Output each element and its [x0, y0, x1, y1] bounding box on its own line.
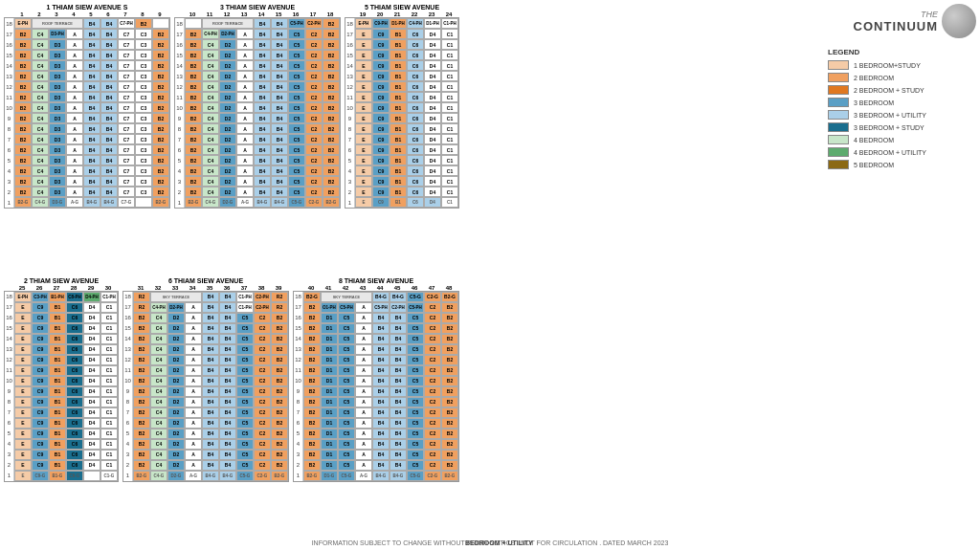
legend-logo-area: THE CONTINUUM LEGEND 1 BEDROOM+STUDY 2 B… [828, 4, 976, 274]
legend-item-2br: 2 BEDROOM [828, 73, 976, 82]
logo-area: THE CONTINUUM [854, 4, 976, 38]
block-6-row-nums: 123456789101112131415161718 [123, 292, 133, 481]
block-8-grid-inner: B2-GD1-GC5-GA-GB4-GB4-GC5-GC2-GB2-G B2D1… [303, 292, 458, 481]
legend-item-3br-utility: 3 BEDROOM + UTILITY [828, 110, 976, 120]
block-2-grid-inner: EC9-GB1-GC6-GC1-G EC9B1C6D4C1 EC9B1C6D4C… [14, 292, 118, 481]
block-8-grid: 123456789101112131415161718 B2-GD1-GC5-G… [293, 291, 459, 482]
footer-text: INFORMATION SUBJECT TO CHANGE WITHOUT PR… [312, 539, 669, 546]
top-section: 1 THIAM SIEW AVENUE S 1 2 3 4 5 6 7 8 9 … [4, 4, 976, 274]
block-6-title: 6 THIAM SIEW AVENUE [122, 277, 289, 284]
logo-the-text: THE [921, 10, 938, 19]
block-3-grid-inner: B2-GC4-GD2-GA-GB4-GB4-GC5-GC2-GB2-G B2C4… [185, 18, 340, 208]
block-2-grid: 123456789101112131415161718 EC9-GB1-GC6-… [4, 291, 119, 482]
block-3-row-nums: 123456789101112131415161718 [175, 18, 185, 208]
block-1-grid-inner: B2-GC4-GD3-GA-GB4-GB4-GC7-GB2-G B2C4D3AB… [14, 18, 169, 208]
legend-item-5br: 5 BEDROOM [828, 160, 976, 169]
main-container: 1 THIAM SIEW AVENUE S 1 2 3 4 5 6 7 8 9 … [0, 0, 980, 550]
legend-item-1br-study: 1 BEDROOM+STUDY [828, 60, 976, 70]
block-3-title: 3 THIAM SIEW AVENUE [174, 4, 341, 11]
block-6-grid-inner: B2-GC4-GD2-GA-GB4-GB4-GC5-GC2-GB2-G B2C4… [133, 292, 288, 481]
br-utility-label: BEDROOM + UTILITY [465, 277, 533, 547]
logo-main-text: CONTINUUM [854, 19, 938, 33]
block-5-row-nums: 123456789101112131415161718 [345, 18, 355, 208]
legend-item-2br-study: 2 BEDROOM + STUDY [828, 85, 976, 95]
block-3: 3 THIAM SIEW AVENUE 10 11 12 13 14 15 16… [174, 4, 341, 274]
block-5-grid-inner: EC9B1C6D4C1 EC9B1C6D4C1 EC9B1C6D4C1 EC9B… [355, 18, 458, 208]
block-1: 1 THIAM SIEW AVENUE S 1 2 3 4 5 6 7 8 9 … [4, 4, 170, 274]
bottom-section: 2 THIAM SIEW AVENUE 25 26 27 28 29 30 12… [4, 277, 976, 547]
block-5-title: 5 THIAM SIEW AVENUE [345, 4, 459, 11]
legend-item-4br-utility: 4 BEDROOM + UTILITY [828, 147, 976, 157]
block-2-row-nums: 123456789101112131415161718 [5, 292, 14, 481]
block-1-title: 1 THIAM SIEW AVENUE S [4, 4, 170, 11]
block-8-row-nums: 123456789101112131415161718 [294, 292, 303, 481]
legend: LEGEND 1 BEDROOM+STUDY 2 BEDROOM 2 BEDRO… [828, 48, 976, 172]
block-2-title: 2 THIAM SIEW AVENUE [4, 277, 119, 284]
block-8: 8 THIAM SIEW AVENUE 40 41 42 43 44 45 46… [293, 277, 459, 547]
block-5: 5 THIAM SIEW AVENUE 19 20 21 22 23 24 12… [345, 4, 459, 274]
logo-circle-icon [942, 4, 976, 38]
block-8-title: 8 THIAM SIEW AVENUE [293, 277, 459, 284]
block-1-row-nums: 1 2 3 4 5 6 7 8 9 10 11 12 13 14 15 16 1 [5, 18, 14, 208]
legend-item-3br-study: 3 BEDROOM + STUDY [828, 122, 976, 132]
block-6: 6 THIAM SIEW AVENUE 31 32 33 34 35 36 37… [122, 277, 289, 547]
legend-title: LEGEND [828, 48, 976, 56]
legend-item-3br: 3 BEDROOM [828, 98, 976, 107]
block-5-grid: 123456789101112131415161718 EC9B1C6D4C1 … [345, 17, 459, 209]
block-2: 2 THIAM SIEW AVENUE 25 26 27 28 29 30 12… [4, 277, 119, 547]
block-1-grid: 1 2 3 4 5 6 7 8 9 10 11 12 13 14 15 16 1 [4, 17, 170, 209]
legend-item-4br: 4 BEDROOM [828, 135, 976, 144]
block-6-grid: 123456789101112131415161718 B2-GC4-GD2-G… [122, 291, 289, 482]
block-3-grid: 123456789101112131415161718 B2-GC4-GD2-G… [174, 17, 341, 209]
